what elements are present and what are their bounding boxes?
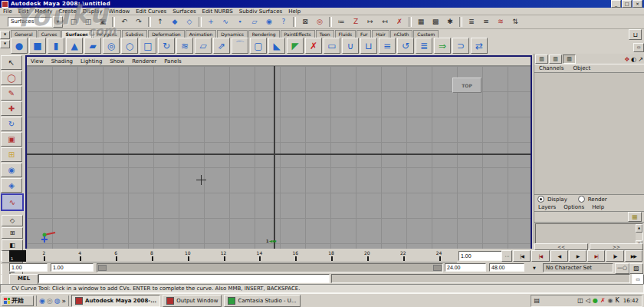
trash-icon[interactable]: ⊔ [629,29,642,40]
tool-paint-select-tool[interactable]: ✎ [1,86,22,101]
title-bar[interactable]: Autodesk Maya 2008: \untitled _ □ × [0,0,644,8]
shelf-icon-revolve[interactable]: ↻ [158,38,175,54]
layer-menu-help[interactable]: Help [588,204,608,210]
shelf-icon-extrude[interactable]: ⇗ [213,38,230,54]
frame-tick-4[interactable]: 4 [62,250,98,262]
status-redo[interactable]: ↷ [132,15,146,28]
current-time-field[interactable] [458,251,503,261]
status-connect-input[interactable]: ↦ [363,15,377,28]
tool-scale-tool[interactable]: ▣ [1,132,22,147]
pane-grow-button[interactable]: >> [590,243,643,250]
status-snap-grid[interactable]: + [204,15,218,28]
shelf-icon-offset-surfaces[interactable]: ⊃ [452,38,469,54]
maximize-button[interactable]: □ [622,0,632,8]
range-start-handle[interactable] [98,265,107,271]
frame-tick-16[interactable]: 16 [278,250,314,262]
status-hide-ui-elements[interactable]: ≡ [479,15,493,28]
vp-menu-renderer[interactable]: Renderer [128,58,160,64]
status-render-settings[interactable]: ✱ [443,15,457,28]
layer-menu-layers[interactable]: Layers [534,204,560,210]
shelf-icon-attach-surfaces[interactable]: ∪ [342,38,359,54]
corner-eye-icon[interactable]: ◐ [631,56,636,63]
frame-tick-14[interactable]: 14 [242,250,278,262]
character-set-select[interactable]: No Character Set [543,263,613,272]
menu-edit[interactable]: Edit [15,8,32,15]
shelf-icon-nurbs-sphere[interactable]: ● [11,38,28,54]
tool-lasso-select-tool[interactable]: ◯ [1,71,22,85]
menu-edit-nurbs[interactable]: Edit NURBS [199,8,236,15]
tool-rotate-tool[interactable]: ↻ [1,117,22,131]
shelf-tab-curves[interactable]: Curves [38,30,61,38]
shelf-icon-insert-isoparms[interactable]: ≣ [416,38,432,54]
status-list-input-operations[interactable]: ≔ [334,15,348,28]
shelf-icon-align-surfaces[interactable]: ≡ [379,38,396,54]
shelf-icon-nurbs-square[interactable]: □ [140,38,156,54]
playback-options[interactable]: ⋯ [501,250,512,262]
frame-tick-20[interactable]: 20 [349,250,385,262]
shelf-icon-loft[interactable]: ≋ [176,38,193,54]
script-editor-icon[interactable]: ▭ [632,274,644,285]
frame-tick-6[interactable]: 6 [98,250,134,262]
ime-icon[interactable]: ◫ [577,297,583,304]
menu-create[interactable]: Create [55,8,79,15]
pane-shrink-button[interactable]: << [534,243,588,250]
shelf-icon-nurbs-plane[interactable]: ▰ [84,38,101,54]
time-slider[interactable]: 24681012141618202224 [26,250,457,262]
anim-end-field[interactable] [489,263,524,272]
tool-move-tool[interactable]: ✚ [1,101,22,116]
shelf-tab-ncloth[interactable]: nCloth [390,30,413,38]
mel-toggle-button[interactable]: MEL [9,274,38,285]
status-ipr-render[interactable]: ▩ [429,15,442,28]
go-to-start[interactable]: |◀ [513,250,531,262]
go-to-end[interactable]: ▶▶ [625,250,642,262]
shelf-tab-rendering[interactable]: Rendering [248,30,280,38]
status-attribute-editor-toggle[interactable]: ≋ [494,15,508,28]
menu-display[interactable]: Display [80,8,106,15]
shelf-icon-nurbs-circle[interactable]: ○ [121,38,138,54]
panel-layout-toggle-2[interactable]: ▥ [549,54,562,64]
close-button[interactable]: × [632,0,642,8]
shelf-tab-hair[interactable]: Hair [372,30,389,38]
frame-tick-18[interactable]: 18 [314,250,350,262]
start-button[interactable]: 开始 [2,295,34,306]
shelf-shelf-tab-menu[interactable]: ▼ [0,31,10,39]
menu-edit-curves[interactable]: Edit Curves [133,8,169,15]
status-make-live[interactable]: ◉ [262,15,276,28]
menu-set-arrow-icon[interactable]: ▼ [53,16,63,28]
menu-window[interactable]: Window [106,8,133,15]
status-no-construction-history[interactable]: ✗ [393,15,406,28]
cb-menu-channels[interactable]: Channels [534,65,568,71]
playback-start-field[interactable] [51,263,94,272]
shelf-icon-untrim[interactable]: ▭ [324,38,340,54]
layout-single-pane-layout[interactable]: ◇ [2,215,23,226]
new-layer-icon[interactable]: ▦ [628,212,642,222]
display-tray-icon[interactable]: ◉ [608,297,613,304]
vp-menu-panels[interactable]: Panels [160,58,186,64]
shelf-tab-custom[interactable]: Custom [413,30,439,38]
layout-four-pane-layout[interactable]: ⊞ [2,227,23,239]
task-camtasia[interactable]: Camtasia Studio - U... [224,295,300,307]
status-construction-history[interactable]: Z [349,15,363,28]
render-radio[interactable] [578,196,585,203]
shelf-tab-surfaces[interactable]: Surfaces [61,30,91,38]
tool-soft-modification-tool[interactable]: ◉ [1,163,22,177]
range-slider-track[interactable] [97,263,443,272]
shelf-icon-nurbs-cone[interactable]: ▲ [66,38,83,54]
corner-pick-arrow-icon[interactable]: ↗ [638,56,643,63]
volume-icon[interactable]: ◁ [586,297,590,304]
shelf-icon-rebuild-surfaces[interactable]: ⇄ [471,38,488,54]
tool-cv-curve-tool[interactable]: ∿ [1,193,24,211]
shelf-tab-fluids[interactable]: Fluids [335,30,356,38]
shelf-icon-nurbs-torus[interactable]: ◎ [103,38,120,54]
status-tool-settings-toggle[interactable]: ⇅ [508,15,522,28]
shelf-icon-bevel[interactable]: ◣ [268,38,285,54]
character-set-arrow-icon[interactable]: ▼ [527,264,541,272]
viewport-canvas[interactable]: TOP 1◄▬ [27,66,531,249]
step-forward-frame[interactable]: |▶ [606,250,623,262]
minimize-button[interactable]: _ [611,0,621,8]
status-scene-open[interactable]: ◫ [81,15,95,28]
camtasia-tray-icon[interactable]: ● [593,297,598,304]
status-highlight-selection[interactable]: ◎ [313,15,327,28]
shelf-tab-deformation[interactable]: Deformation [148,30,184,38]
step-back-key[interactable]: |◀ [531,250,549,262]
